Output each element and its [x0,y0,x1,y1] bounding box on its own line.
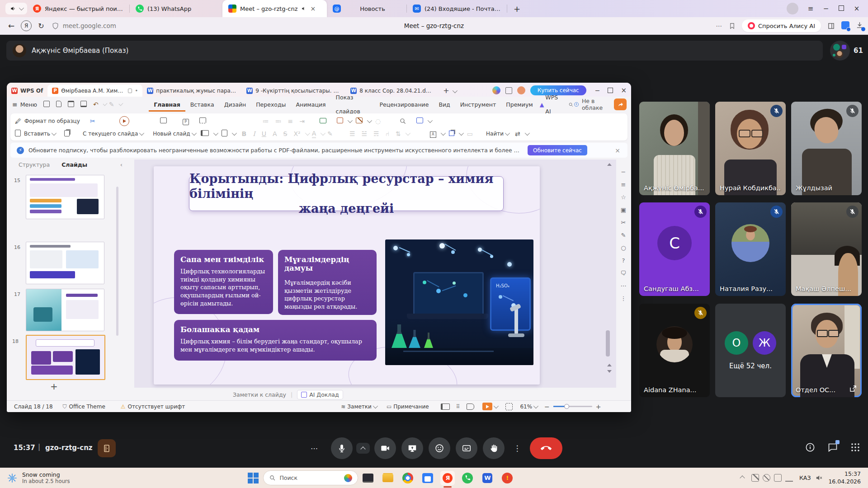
wps-close-icon[interactable]: × [621,86,627,94]
arrange-icon[interactable] [449,130,454,137]
windows-stack-icon[interactable] [505,87,512,94]
ribbon-tab-home[interactable]: Главная [149,98,185,112]
zoom-in-button[interactable]: + [596,403,601,410]
play-from-icon[interactable] [119,116,129,126]
comment-tool-icon[interactable]: 🗨 [621,270,627,277]
more-options-button[interactable]: ⋮ [508,439,526,457]
save-icon[interactable] [43,101,50,108]
more-audio-options-button[interactable]: ⋯ [306,439,324,457]
taskview-app-icon[interactable] [361,471,375,485]
profile-avatar[interactable] [787,3,798,14]
video-tile-makash[interactable]: Мақаш Әлпеш... [791,202,862,296]
present-button[interactable] [401,437,423,459]
more-tools-icon[interactable]: ⋯ [621,282,627,289]
collapse-panel-icon[interactable]: ‹ [120,161,123,168]
back-icon[interactable]: ← [8,21,14,30]
zoom-slider[interactable] [553,406,592,407]
video-tile-akzhunis[interactable]: Ақжүніс Өмірба... [639,102,710,195]
video-tile-otdel-active-speaker[interactable]: Отдел ОС... [791,304,862,397]
wps-ai-robot-icon[interactable] [492,86,500,94]
ribbon-tab-premium[interactable]: Премиум [501,98,538,112]
doc-tab-presentation[interactable]: P Өмірбаева А.М. Химия пан • [47,84,142,97]
new-doc-tab-button[interactable]: + [443,86,449,95]
downloads-icon[interactable] [856,21,863,30]
upgrade-now-button[interactable]: Обновите сейчас [528,145,587,155]
zoom-value[interactable]: 61% [520,404,532,410]
slide-title-box[interactable]: Қорытынды: Цифрлық ресурстар – химия біл… [189,176,504,211]
yandex-home-icon[interactable]: Я [21,20,32,31]
ribbon-tab-transitions[interactable]: Переходы [251,98,291,112]
ai-report-chip[interactable]: AI Доклад [297,390,343,399]
font-color-button[interactable]: A [312,130,316,138]
checklist-icon[interactable] [222,130,227,138]
paste-label[interactable]: Вставить [24,131,50,137]
new-slide-label[interactable]: Новый слайд [153,131,190,137]
alert-app-icon[interactable]: ! [500,471,514,485]
tab-audio-button[interactable] [5,3,27,14]
video-tile-nurai[interactable]: Нурай Кобдикба... [715,102,786,195]
panel-scrollbar[interactable] [116,187,118,336]
speaker-notes-icon[interactable] [320,117,326,125]
fit-window-icon[interactable] [505,403,513,410]
tab-list-chevron-icon[interactable] [452,88,457,93]
scroll-up-arrow[interactable] [607,163,612,166]
browser-tab-mail[interactable]: ✉ (24) Входящие - Почта Ма [407,0,507,17]
print-preview-icon[interactable] [80,101,87,108]
start-button[interactable] [246,471,260,485]
slide-box-quality[interactable]: Сапа мен тиімділік Цифрлық технологиялар… [174,250,273,314]
ribbon-tab-view[interactable]: Вид [434,98,455,112]
weather-widget[interactable]: Snow coming In about 2.5 hours [6,471,70,485]
slide-18[interactable]: Қорытынды: Цифрлық ресурстар – химия біл… [154,166,540,385]
tray-bluetooth-icon[interactable] [774,474,782,482]
wps-minimize-icon[interactable]: − [595,87,600,94]
comment-label[interactable]: Примечание [393,404,429,410]
add-slide-button[interactable]: + [50,381,58,392]
participant-count[interactable]: 61 [830,40,863,61]
slide-thumbnail-18-selected[interactable] [26,335,105,380]
new-tab-button[interactable]: + [507,4,527,14]
format-painter-icon[interactable]: 🖉 [15,117,21,125]
more-participants-tile[interactable]: О Ж Ещё 52 чел. [715,304,786,397]
more-icon[interactable]: ⋯ [716,22,722,29]
hamburger-icon[interactable]: ≡ [12,101,18,108]
captions-button[interactable] [456,437,477,459]
ask-alice-button[interactable]: Спросить Алису AI [742,19,821,32]
ribbon-search-icon[interactable] [568,101,574,108]
sorter-view-icon[interactable]: ⠿ [456,404,461,410]
camera-button[interactable] [374,437,396,459]
slide-size-icon[interactable] [416,117,423,125]
tray-photos-icon[interactable] [751,474,759,482]
end-call-button[interactable] [530,437,562,459]
protect-shield-icon[interactable] [52,22,59,30]
url-text[interactable]: meet.google.com [63,22,116,29]
wps-account-avatar[interactable] [517,86,525,94]
browser-tab-whatsapp[interactable]: (13) WhatsApp [130,0,216,17]
wps-home-tab[interactable]: W WPS Of [7,84,47,97]
close-tab-icon[interactable]: × [310,5,316,12]
translate-icon[interactable]: ⇄ [515,130,520,137]
share-button[interactable] [614,99,627,110]
tray-speaker-muted-icon[interactable] [815,474,823,482]
normal-view-icon[interactable] [441,404,450,410]
slide-layout-icon[interactable]: P [183,117,189,125]
superscript-button[interactable]: X² [293,130,300,137]
menu-label[interactable]: Меню [20,101,37,108]
doc-tab-word1[interactable]: W практикалық жумыс парағы.doc [142,84,242,97]
tray-pen-icon[interactable] [785,474,793,482]
shape-icon[interactable]: ○ [621,244,626,251]
editor-icon[interactable] [841,21,849,31]
slide-box-future[interactable]: Болашакка қадам Цифрлық химия – білім бе… [174,320,377,361]
mic-button[interactable] [331,437,353,459]
video-tile-aidana[interactable]: Aidana ZHana... [639,304,710,397]
word-app-icon[interactable]: W [480,471,495,485]
language-indicator[interactable]: КАЗ [799,474,811,481]
video-tile-sandugash[interactable]: C Сандугаш Абз... [639,202,710,296]
taskbar-search[interactable]: Поиск [263,470,358,485]
raise-hand-button[interactable] [483,437,505,459]
browser-menu-icon[interactable]: ≡ [803,5,818,13]
meeting-info-icon[interactable] [805,442,816,453]
video-tile-natalia[interactable]: Наталия Разу... [715,202,786,296]
cut-tool-icon[interactable]: ✂ [621,219,626,226]
sidebar-panels-icon[interactable] [827,22,835,30]
canvas-scrollbar-thumb[interactable] [606,330,610,357]
